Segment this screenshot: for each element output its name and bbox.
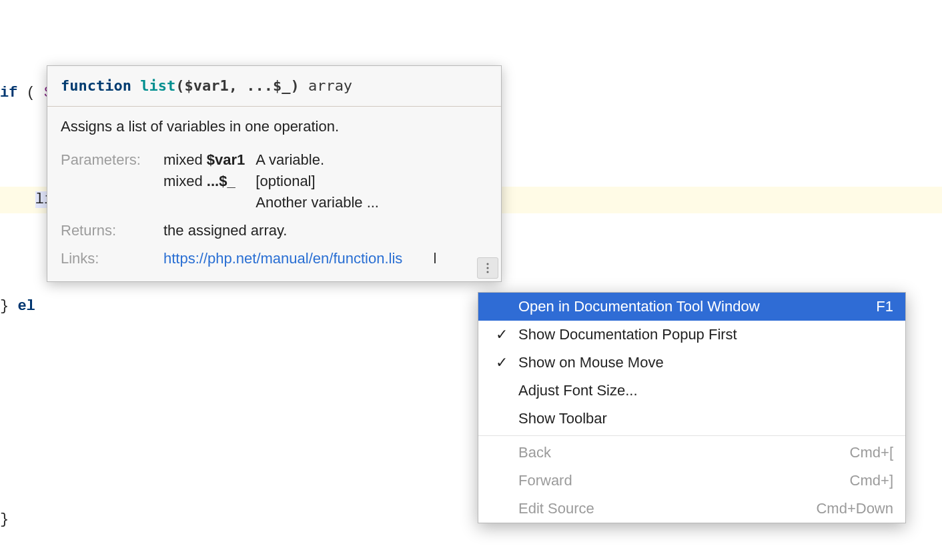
doc-label-links: Links: (61, 248, 154, 269)
doc-link-overflow: l (433, 250, 436, 267)
documentation-popup: function list($var1, ...$_) array Assign… (47, 65, 502, 282)
menu-separator (478, 435, 905, 436)
menu-item-show-toolbar[interactable]: ✓ Show Toolbar (478, 405, 905, 433)
doc-param-row: mixed ...$_ [optional] Another variable … (163, 171, 390, 213)
signature-name: list (140, 77, 175, 94)
signature-params: ($var1, ...$_) (175, 77, 299, 94)
menu-label: Edit Source (518, 496, 803, 521)
menu-item-show-popup-first[interactable]: ✓ Show Documentation Popup First (478, 321, 905, 349)
menu-item-show-on-mouse-move[interactable]: ✓ Show on Mouse Move (478, 349, 905, 377)
param-name: ...$_ (207, 173, 235, 189)
param-type: mixed (163, 151, 203, 168)
menu-item-edit-source[interactable]: ✓ Edit Source Cmd+Down (478, 495, 905, 523)
menu-label: Forward (518, 468, 837, 493)
param-type: mixed (163, 173, 203, 189)
param-description: A variable. (256, 149, 390, 171)
signature-keyword: function (61, 77, 131, 94)
check-icon: ✓ (485, 350, 518, 375)
doc-param-row: mixed $var1 A variable. (163, 149, 390, 171)
param-name: $var1 (207, 151, 246, 168)
menu-item-back[interactable]: ✓ Back Cmd+[ (478, 439, 905, 467)
menu-item-adjust-font-size[interactable]: ✓ Adjust Font Size... (478, 377, 905, 405)
doc-signature: function list($var1, ...$_) array (47, 66, 501, 107)
svg-point-2 (486, 271, 488, 273)
signature-return: array (308, 77, 352, 94)
menu-label: Adjust Font Size... (518, 378, 893, 403)
kebab-icon[interactable] (477, 257, 498, 279)
doc-label-parameters: Parameters: (61, 149, 154, 171)
doc-label-returns: Returns: (61, 220, 154, 241)
svg-point-1 (486, 267, 488, 269)
menu-label: Show on Mouse Move (518, 350, 893, 375)
menu-item-forward[interactable]: ✓ Forward Cmd+] (478, 467, 905, 495)
param-description: [optional] (256, 171, 379, 192)
menu-label: Show Documentation Popup First (518, 322, 893, 347)
param-description: Another variable ... (256, 192, 379, 213)
menu-item-open-documentation[interactable]: ✓ Open in Documentation Tool Window F1 (478, 293, 905, 321)
menu-label: Back (518, 440, 837, 465)
context-menu: ✓ Open in Documentation Tool Window F1 ✓… (478, 292, 906, 523)
check-icon: ✓ (485, 322, 518, 347)
doc-summary: Assigns a list of variables in one opera… (61, 116, 488, 137)
menu-shortcut: Cmd+[ (850, 440, 893, 465)
menu-label: Show Toolbar (518, 406, 893, 431)
svg-point-0 (486, 263, 488, 265)
menu-shortcut: Cmd+Down (816, 496, 893, 521)
doc-returns: the assigned array. (163, 220, 488, 241)
menu-shortcut: F1 (876, 294, 893, 319)
menu-label: Open in Documentation Tool Window (518, 294, 863, 319)
doc-link[interactable]: https://php.net/manual/en/function.lis (163, 250, 402, 267)
menu-shortcut: Cmd+] (850, 468, 893, 493)
